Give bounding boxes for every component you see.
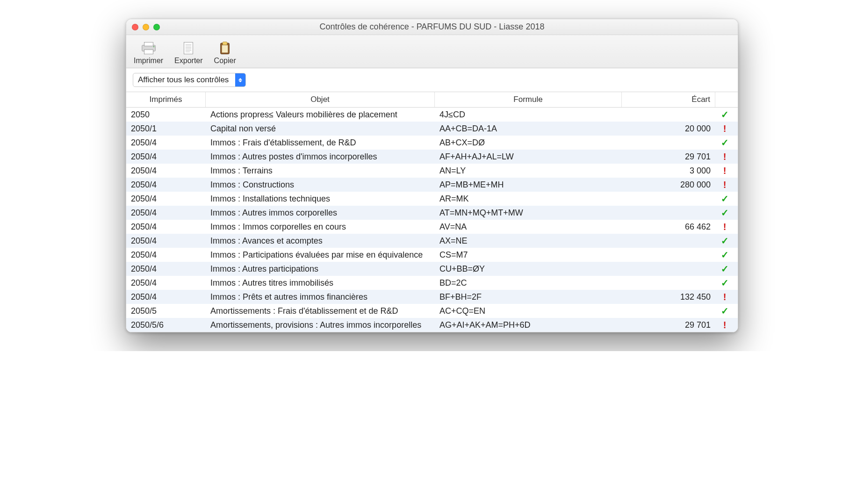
print-button[interactable]: Imprimer: [134, 40, 163, 65]
cell-ecart: 66 462: [622, 222, 715, 232]
cell-formule: AR=MK: [435, 194, 622, 204]
printer-icon: [139, 40, 158, 57]
cell-formule: AP=MB+ME+MH: [435, 180, 622, 190]
close-icon[interactable]: [132, 24, 138, 30]
cell-objet: Immos : Immos corporelles en cours: [206, 222, 435, 232]
cell-formule: 4J≤CD: [435, 110, 622, 120]
cell-objet: Actions propres≤ Valeurs mobilières de p…: [206, 110, 435, 120]
cell-imprime: 2050/4: [126, 250, 206, 260]
cell-objet: Immos : Frais d'établissement, de R&D: [206, 138, 435, 148]
cell-ecart: 3 000: [622, 166, 715, 176]
cell-formule: AG+AI+AK+AM=PH+6D: [435, 320, 622, 330]
filter-select[interactable]: Afficher tous les contrôles: [133, 73, 246, 87]
check-icon: ✓: [721, 208, 729, 218]
check-icon: ✓: [721, 250, 729, 260]
zoom-icon[interactable]: [153, 24, 160, 30]
table-row[interactable]: 2050/4Immos : Avances et acomptesAX=NE✓: [126, 234, 738, 248]
minimize-icon[interactable]: [143, 24, 149, 30]
cell-imprime: 2050/4: [126, 236, 206, 246]
cell-imprime: 2050/4: [126, 208, 206, 218]
cell-objet: Immos : Prêts et autres immos financière…: [206, 292, 435, 302]
clipboard-icon: [215, 40, 235, 57]
svg-rect-1: [144, 42, 153, 46]
window-controls: [132, 24, 160, 30]
col-ecart[interactable]: Écart: [622, 92, 715, 107]
table-row[interactable]: 2050/5/6Amortissements, provisions : Aut…: [126, 318, 738, 332]
cell-formule: AA+CB=DA-1A: [435, 124, 622, 134]
cell-ecart: 132 450: [622, 292, 715, 302]
table-row[interactable]: 2050/4Immos : Frais d'établissement, de …: [126, 136, 738, 150]
col-imprimes[interactable]: Imprimés: [126, 92, 206, 107]
cell-ecart: 280 000: [622, 180, 715, 190]
cell-formule: AV=NA: [435, 222, 622, 232]
cell-imprime: 2050/5/6: [126, 320, 206, 330]
filter-bar: Afficher tous les contrôles: [126, 68, 738, 92]
col-objet[interactable]: Objet: [206, 92, 435, 107]
app-window: Contrôles de cohérence - PARFUMS DU SUD …: [126, 19, 738, 332]
table-row[interactable]: 2050/4Immos : Prêts et autres immos fina…: [126, 290, 738, 304]
cell-imprime: 2050/4: [126, 166, 206, 176]
table-row[interactable]: 2050/4Immos : Autres participationsCU+BB…: [126, 262, 738, 276]
cell-formule: AC+CQ=EN: [435, 306, 622, 316]
alert-icon: !: [723, 222, 727, 232]
table-row[interactable]: 2050/4Immos : Autres postes d'immos inco…: [126, 150, 738, 164]
cell-imprime: 2050/4: [126, 194, 206, 204]
check-icon: ✓: [721, 278, 729, 288]
table-row[interactable]: 2050/4Immos : Participations évaluées pa…: [126, 248, 738, 262]
copy-button[interactable]: Copier: [214, 40, 236, 65]
table-row[interactable]: 2050/4Immos : Autres titres immobilisésB…: [126, 276, 738, 290]
check-icon: ✓: [721, 306, 729, 316]
titlebar: Contrôles de cohérence - PARFUMS DU SUD …: [126, 19, 738, 35]
table-body: 2050Actions propres≤ Valeurs mobilières …: [126, 108, 738, 332]
col-status[interactable]: [715, 92, 734, 107]
table-row[interactable]: 2050/4Immos : Autres immos corporellesAT…: [126, 206, 738, 220]
cell-objet: Capital non versé: [206, 124, 435, 134]
table-row[interactable]: 2050Actions propres≤ Valeurs mobilières …: [126, 108, 738, 122]
cell-ecart: 20 000: [622, 124, 715, 134]
cell-objet: Immos : Autres titres immobilisés: [206, 278, 435, 288]
cell-objet: Immos : Autres participations: [206, 264, 435, 274]
cell-formule: AB+CX=DØ: [435, 138, 622, 148]
table-header: Imprimés Objet Formule Écart: [126, 92, 738, 108]
svg-rect-12: [223, 42, 227, 45]
cell-objet: Immos : Installations techniques: [206, 194, 435, 204]
table-row[interactable]: 2050/5Amortissements : Frais d'établisse…: [126, 304, 738, 318]
cell-ecart: 29 701: [622, 152, 715, 162]
cell-formule: AT=MN+MQ+MT+MW: [435, 208, 622, 218]
alert-icon: !: [723, 180, 727, 190]
table-row[interactable]: 2050/4Immos : ConstructionsAP=MB+ME+MH28…: [126, 178, 738, 192]
cell-imprime: 2050/4: [126, 264, 206, 274]
document-icon: [179, 40, 198, 57]
cell-objet: Amortissements : Frais d'établissement e…: [206, 306, 435, 316]
check-icon: ✓: [721, 194, 729, 204]
results-table: Imprimés Objet Formule Écart 2050Actions…: [126, 92, 738, 332]
check-icon: ✓: [721, 137, 729, 148]
cell-formule: AN=LY: [435, 166, 622, 176]
table-row[interactable]: 2050/4Immos : TerrainsAN=LY3 000!: [126, 164, 738, 178]
alert-icon: !: [723, 320, 727, 330]
alert-icon: !: [723, 166, 727, 176]
table-row[interactable]: 2050/4Immos : Immos corporelles en cours…: [126, 220, 738, 234]
toolbar: Imprimer Exporter: [126, 35, 738, 68]
check-icon: ✓: [721, 109, 729, 120]
cell-objet: Immos : Avances et acomptes: [206, 236, 435, 246]
svg-rect-13: [222, 45, 228, 53]
filter-selected: Afficher tous les contrôles: [133, 75, 235, 85]
cell-imprime: 2050/4: [126, 152, 206, 162]
cell-imprime: 2050/4: [126, 278, 206, 288]
cell-objet: Immos : Autres postes d'immos incorporel…: [206, 152, 435, 162]
table-row[interactable]: 2050/4Immos : Installations techniquesAR…: [126, 192, 738, 206]
cell-formule: AF+AH+AJ+AL=LW: [435, 152, 622, 162]
export-button[interactable]: Exporter: [174, 40, 202, 65]
cell-formule: BF+BH=2F: [435, 292, 622, 302]
col-formule[interactable]: Formule: [435, 92, 622, 107]
table-row[interactable]: 2050/1Capital non verséAA+CB=DA-1A20 000…: [126, 122, 738, 136]
svg-rect-2: [144, 50, 153, 54]
check-icon: ✓: [721, 236, 729, 246]
alert-icon: !: [723, 292, 727, 302]
export-label: Exporter: [174, 57, 202, 65]
alert-icon: !: [723, 151, 727, 162]
cell-imprime: 2050/4: [126, 222, 206, 232]
cell-imprime: 2050: [126, 110, 206, 120]
cell-imprime: 2050/4: [126, 138, 206, 148]
